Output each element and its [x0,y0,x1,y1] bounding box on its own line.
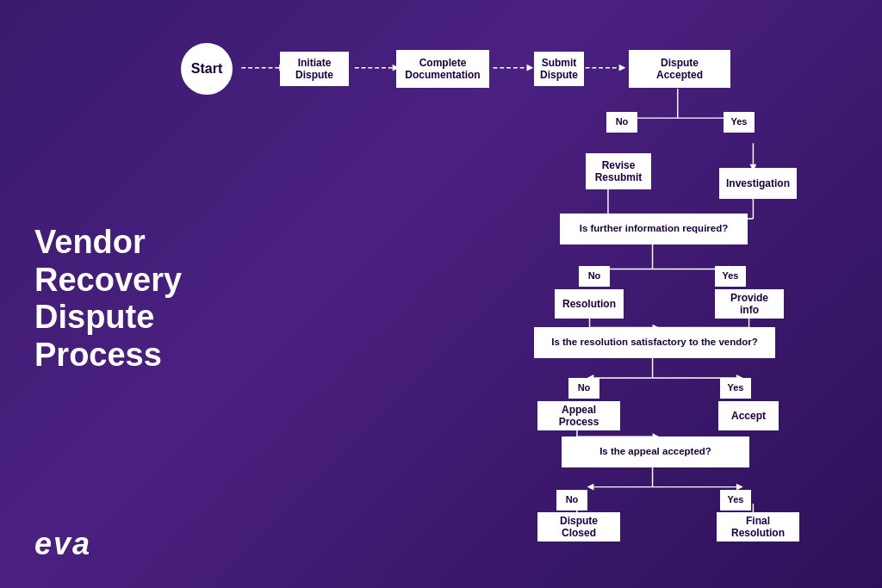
further-info-node: Is further information required? [560,214,748,244]
revise-resubmit-node: Revise Resubmit [586,153,651,189]
yes-label-3: Yes [720,378,751,399]
svg-marker-40 [587,484,594,491]
svg-marker-7 [619,65,626,71]
yes-label-4: Yes [720,490,751,511]
complete-documentation-node: Complete Documentation [396,50,489,88]
svg-marker-5 [526,65,533,71]
flowchart: Start Initiate Dispute Complete Document… [155,26,865,571]
no-label-4: No [556,490,587,511]
submit-dispute-node: Submit Dispute [534,52,584,86]
yes-label-1: Yes [724,112,755,133]
dispute-accepted-node: Dispute Accepted [629,50,730,88]
provide-info-node: Provide info [715,289,784,319]
initiate-dispute-node: Initiate Dispute [280,52,349,86]
satisfactory-node: Is the resolution satisfactory to the ve… [534,327,775,358]
investigation-node: Investigation [719,168,797,199]
final-resolution-node: Final Resolution [717,512,799,542]
no-label-3: No [568,378,599,399]
dispute-closed-node: Dispute Closed [537,512,620,542]
eva-logo: eva [34,526,91,562]
no-label-2: No [579,266,610,287]
appeal-accepted-node: Is the appeal accepted? [562,436,749,467]
start-node: Start [181,43,233,95]
resolution-node: Resolution [555,289,624,319]
yes-label-2: Yes [715,266,746,287]
no-label-1: No [606,112,637,133]
accept-node: Accept [718,401,779,430]
appeal-process-node: Appeal Process [537,401,620,430]
